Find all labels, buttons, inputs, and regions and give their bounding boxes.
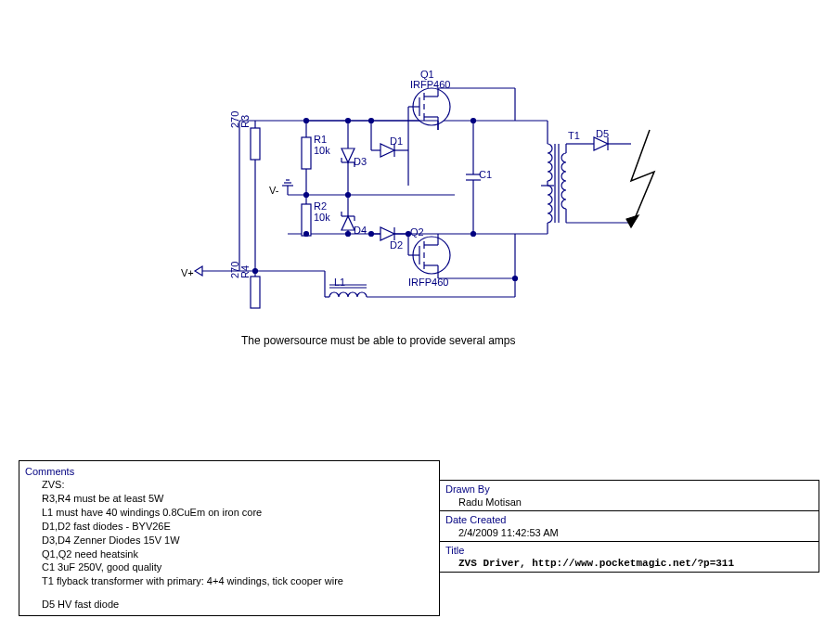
svg-rect-10 [302,137,311,169]
drawnby-value: Radu Motisan [458,496,813,508]
vminus-label: V- [269,185,278,196]
svg-point-97 [346,119,351,123]
svg-point-99 [304,193,309,198]
svg-point-98 [369,119,374,123]
r3-ref: R3 [239,115,251,128]
svg-marker-73 [195,266,202,276]
datecreated-box: Date Created 2/4/2009 11:42:53 AM [439,510,819,542]
svg-point-107 [253,269,258,274]
l1-label: L1 [334,277,345,288]
d3-label: D3 [354,156,367,167]
svg-point-106 [471,232,476,237]
svg-marker-92 [594,137,608,150]
info-panel: Comments ZVS: R3,R4 must be at least 5W … [19,460,819,616]
svg-point-102 [346,232,351,237]
title-box: Title ZVS Driver, http://www.pocketmagic… [439,541,819,573]
svg-rect-13 [302,204,311,236]
svg-rect-5 [251,128,260,160]
comments-line: R3,R4 must be at least 5W [42,492,433,506]
comments-line: D1,D2 fast diodes - BYV26E [42,520,433,534]
comments-line: T1 flyback transformer with primary: 4+4… [42,574,433,588]
svg-marker-17 [342,148,355,162]
d2-label: D2 [390,239,403,251]
d5-label: D5 [596,128,609,139]
q1-part: IRFP460 [410,79,450,90]
r1-ref: R1 [314,134,327,145]
title-value: ZVS Driver, http://www.pocketmagic.net/?… [458,558,813,569]
comments-line: L1 must have 40 windings 0.8CuEm on iron… [42,506,433,520]
svg-marker-22 [342,216,355,230]
r4-ref: R4 [239,265,251,278]
caption-text: The powersource must be able to provide … [241,334,515,347]
svg-point-105 [471,119,476,123]
comments-line: Q1,Q2 need heatsink [42,547,433,561]
t1-label: T1 [568,130,580,141]
svg-marker-95 [626,215,638,227]
svg-point-108 [513,277,518,281]
svg-point-96 [304,119,309,123]
drawnby-header: Drawn By [445,483,813,495]
schematic-svg [0,0,838,353]
comments-line: C1 3uF 250V, good quality [42,560,433,574]
r2-val: 10k [314,212,330,223]
comments-line: D5 HV fast diode [42,598,433,612]
vplus-label: V+ [181,267,194,278]
title-header: Title [445,545,813,556]
svg-point-100 [346,193,351,198]
comments-header: Comments [25,465,433,479]
svg-point-103 [369,232,374,237]
comments-box: Comments ZVS: R3,R4 must be at least 5W … [19,460,440,616]
svg-rect-8 [251,277,260,308]
svg-point-101 [304,232,309,237]
datecreated-value: 2/4/2009 11:42:53 AM [458,527,813,538]
q2-ref: Q2 [410,226,424,238]
drawnby-box: Drawn By Radu Motisan [439,480,819,511]
svg-marker-32 [380,227,394,240]
r1-val: 10k [314,145,330,156]
c1-label: C1 [479,169,492,180]
comments-line: D3,D4 Zenner Diodes 15V 1W [42,534,433,547]
d4-label: D4 [354,225,367,236]
r2-ref: R2 [314,200,327,212]
comments-line: ZVS: [42,478,433,492]
d1-label: D1 [390,135,403,147]
datecreated-header: Date Created [445,514,813,525]
q2-part: IRFP460 [408,277,448,288]
